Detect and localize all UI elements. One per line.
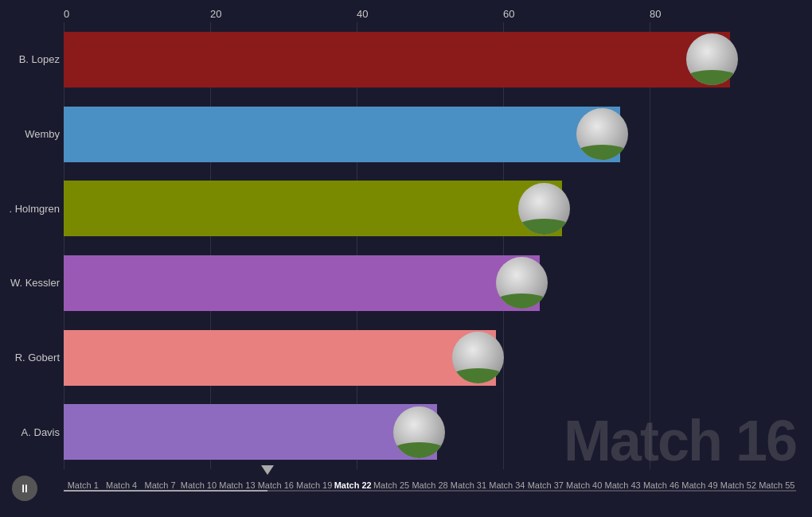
avatar-img-4 [452, 332, 504, 383]
match-label-5: Match 16 [256, 480, 295, 490]
player-avatar-3 [496, 257, 548, 309]
avatar-img-0 [686, 33, 738, 85]
play-pause-button[interactable]: ⏸ [12, 476, 37, 501]
bar-fill-2 [64, 181, 562, 236]
bar-row-1: Wemby76 [64, 97, 796, 172]
match-label-9: Match 28 [411, 480, 449, 490]
bar-track-0: 91 [64, 32, 796, 87]
match-label-10: Match 31 [449, 480, 487, 490]
player-label-3: W. Kessler [4, 277, 60, 289]
axis-label-60: 60 [503, 8, 514, 20]
player-label-1: Wemby [4, 128, 60, 140]
axis-label-0: 0 [64, 8, 69, 20]
match-label-4: Match 13 [218, 480, 256, 490]
avatar-img-3 [496, 257, 548, 309]
match-label-2: Match 7 [141, 480, 179, 490]
match-label-12: Match 37 [526, 480, 564, 490]
bar-track-2: 68 [64, 181, 796, 236]
axis-label-80: 80 [650, 8, 661, 20]
axis-label-40: 40 [357, 8, 368, 20]
axis-label-20: 20 [210, 8, 221, 20]
player-avatar-2 [518, 183, 570, 235]
bar-row-3: W. Kessler65 [64, 246, 796, 321]
player-label-2: . Holmgren [4, 203, 60, 215]
match-label-14: Match 43 [603, 480, 642, 490]
match-label-11: Match 34 [488, 480, 526, 490]
bar-fill-1 [64, 107, 620, 162]
match-indicator [261, 465, 274, 475]
match-label-17: Match 52 [719, 480, 757, 490]
player-label-5: A. Davis [4, 426, 60, 438]
match-label-16: Match 49 [681, 480, 719, 490]
chart-container: 020406080 B. Lopez91Wemby76. Holmgren68W… [0, 0, 812, 517]
match-label-0: Match 1 [64, 480, 102, 490]
player-label-0: B. Lopez [4, 53, 60, 65]
x-axis-top: 020406080 [64, 0, 796, 22]
match-label-18: Match 55 [758, 480, 796, 490]
bar-row-0: B. Lopez91 [64, 22, 796, 97]
avatar-img-5 [393, 406, 445, 458]
match-watermark: Match 16 [564, 408, 796, 473]
bar-track-1: 76 [64, 107, 796, 162]
avatar-img-2 [518, 183, 570, 235]
match-label-15: Match 46 [642, 480, 680, 490]
progress-bar-fill [64, 490, 267, 492]
player-avatar-0 [686, 33, 738, 85]
bar-fill-4 [64, 330, 496, 386]
match-label-8: Match 25 [372, 480, 410, 490]
bars-area: B. Lopez91Wemby76. Holmgren68W. Kessler6… [64, 22, 796, 469]
bar-track-3: 65 [64, 255, 796, 311]
avatar-img-1 [576, 108, 628, 160]
bar-fill-3 [64, 255, 540, 311]
bar-row-2: . Holmgren68 [64, 171, 796, 246]
match-label-7: Match 22 [334, 480, 372, 490]
bar-fill-0 [64, 32, 730, 87]
bar-track-4: 59 [64, 330, 796, 386]
match-label-6: Match 19 [295, 480, 334, 490]
match-axis: Match 1Match 4Match 7Match 10Match 13Mat… [64, 469, 796, 501]
player-avatar-5 [393, 406, 445, 458]
player-label-4: R. Gobert [4, 352, 60, 363]
match-label-1: Match 4 [102, 480, 140, 490]
bar-row-4: R. Gobert59 [64, 321, 796, 395]
player-avatar-4 [452, 332, 504, 383]
progress-bar[interactable] [64, 490, 796, 492]
bottom-area: Match 1Match 4Match 7Match 10Match 13Mat… [64, 469, 796, 517]
bar-fill-5 [64, 404, 437, 460]
match-label-3: Match 10 [179, 480, 217, 490]
match-label-13: Match 40 [564, 480, 603, 490]
player-avatar-1 [576, 108, 628, 160]
